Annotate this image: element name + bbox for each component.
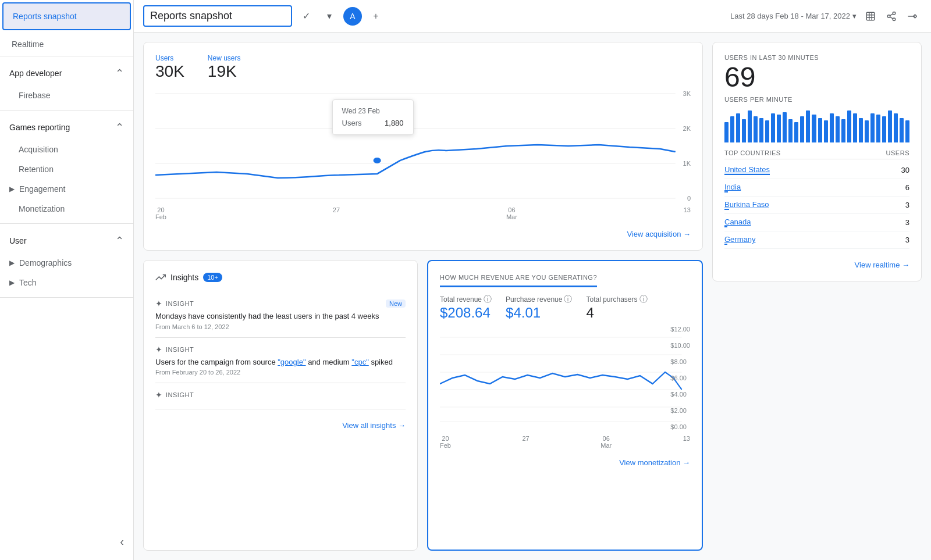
source-link[interactable]: "google" [278,358,305,366]
sidebar-user-toggle[interactable]: User ⌃ [0,229,133,253]
tooltip-value: 1,880 [385,119,404,127]
view-realtime-link[interactable]: View realtime → [855,261,909,269]
chart-tooltip: Wed 23 Feb Users 1,880 [332,99,414,135]
sidebar-item-acquisition[interactable]: Acquisition [0,140,133,159]
users-chart-card: Users 30K New users 19K [143,42,703,251]
country-value: 3 [905,218,909,227]
expand-arrow-demographics-icon: ▶ [9,259,15,267]
revenue-chart-svg [440,326,690,430]
insights-card: Insights 10+ ✦ INSIGHT New Mondays have … [143,260,418,551]
insights-trend-icon [155,272,166,283]
total-purchasers-help-icon[interactable]: ⓘ [639,294,648,305]
expand-arrow-icon: ▶ [9,185,15,193]
left-panel: Users 30K New users 19K [143,42,703,551]
sidebar-item-firebase[interactable]: Firebase [0,85,133,105]
sidebar-user-label: User [9,236,27,245]
country-bar [724,174,770,175]
country-row: United States 30 [724,162,909,179]
country-name[interactable]: United States [724,165,770,174]
top-countries-header: TOP COUNTRIES USERS [724,149,909,159]
insight-date-2: From February 20 to 26, 2022 [155,369,406,376]
total-revenue-help-icon[interactable]: ⓘ [484,294,492,305]
users-chart-area: 3K 2K 1K 0 Wed 23 Feb Users 1,880 [155,88,691,204]
sidebar-item-engagement[interactable]: ▶ Engagement [0,179,133,199]
sidebar-section-app-developer: App developer ⌃ Firebase [0,56,133,110]
chart-icon-btn[interactable] [861,7,880,26]
new-users-label: New users [208,54,241,62]
more-icon-btn[interactable] [903,7,922,26]
chevron-up-icon-2: ⌃ [115,121,124,134]
revenue-purchase-metric: Purchase revenue ⓘ $4.01 [506,294,572,321]
users-column-label: USERS [886,149,909,156]
bar-item [800,116,804,142]
sidebar-app-developer-toggle[interactable]: App developer ⌃ [0,61,133,85]
revenue-total-metric: Total revenue ⓘ $208.64 [440,294,492,321]
rev-x-mar06: 06Mar [600,435,612,449]
sidebar-games-reporting-toggle[interactable]: Games reporting ⌃ [0,115,133,140]
total-purchasers-value: 4 [586,305,647,321]
spark-icon-1: ✦ [155,299,162,308]
date-range-picker[interactable]: Last 28 days Feb 18 - Mar 17, 2022 ▾ [730,12,857,20]
insight-date-1: From March 6 to 12, 2022 [155,323,406,330]
insight-item-1: ✦ INSIGHT New Mondays have consistently … [155,292,406,338]
x-label-mar06: 06Mar [506,206,517,220]
insight-tag-1: INSIGHT [166,300,194,307]
svg-line-9 [890,13,893,15]
realtime-number: 69 [724,63,909,91]
sidebar-item-realtime[interactable]: Realtime [0,33,133,56]
insight-text-2: Users for the campaign from source "goog… [155,356,406,368]
insight-item-1-header: ✦ INSIGHT New [155,299,406,308]
dropdown-icon-btn[interactable]: ▾ [320,7,339,26]
bar-item [724,122,729,142]
country-name-wrap: Canada [724,217,751,227]
view-monetization-link[interactable]: View monetization → [619,458,690,467]
insight-tag-2: INSIGHT [166,346,194,353]
country-name[interactable]: Canada [724,217,751,226]
country-row: India 6 [724,179,909,197]
svg-point-7 [893,18,896,21]
bar-item [900,118,904,142]
medium-link[interactable]: "cpc" [351,358,368,366]
users-per-minute-chart [724,108,909,142]
check-icon-btn[interactable]: ✓ [297,7,315,26]
avatar[interactable]: A [343,7,362,26]
country-name-wrap: Germany [724,235,755,245]
sidebar-item-tech[interactable]: ▶ Tech [0,273,133,293]
svg-point-5 [893,12,896,15]
country-name-wrap: India [724,183,741,192]
sidebar-item-retention[interactable]: Retention [0,159,133,179]
insights-title: Insights [170,273,198,282]
sidebar-collapse-button[interactable]: ‹ [0,535,133,548]
bar-item [841,119,845,142]
country-name[interactable]: India [724,183,741,191]
bar-item [765,120,769,142]
sidebar-item-monetization[interactable]: Monetization [0,199,133,219]
bar-item [806,110,810,142]
country-name-wrap: United States [724,165,770,175]
sidebar-item-reports-snapshot[interactable]: Reports snapshot [2,2,131,30]
sidebar-app-developer-label: App developer [9,69,62,78]
country-name[interactable]: Burkina Faso [724,200,769,209]
sidebar-item-demographics[interactable]: ▶ Demographics [0,253,133,273]
bar-item [742,119,746,142]
view-acquisition-link[interactable]: View acquisition → [627,230,691,238]
users-value: 30K [155,62,184,81]
users-metric: Users 30K [155,54,184,81]
bar-item [859,118,863,142]
bar-item [812,115,816,142]
country-value: 6 [905,183,909,192]
revenue-metrics: Total revenue ⓘ $208.64 Purchase revenue… [440,294,690,321]
users-card-header: Users 30K New users 19K [155,54,691,81]
country-name[interactable]: Germany [724,235,755,244]
revenue-card: HOW MUCH REVENUE ARE YOU GENERATING? Tot… [427,260,703,551]
country-bar [724,244,727,245]
add-view-button[interactable]: + [367,7,385,26]
page-title-input[interactable] [143,5,292,27]
plus-icon: + [373,11,378,22]
share-icon-btn[interactable] [882,7,901,26]
revenue-chart-area: $12.00 $10.00 $8.00 $6.00 $4.00 $2.00 $0… [440,326,690,430]
bar-item [865,120,869,142]
country-value: 30 [901,166,909,174]
purchase-revenue-help-icon[interactable]: ⓘ [564,294,572,305]
view-all-insights-link[interactable]: View all insights → [342,421,406,430]
